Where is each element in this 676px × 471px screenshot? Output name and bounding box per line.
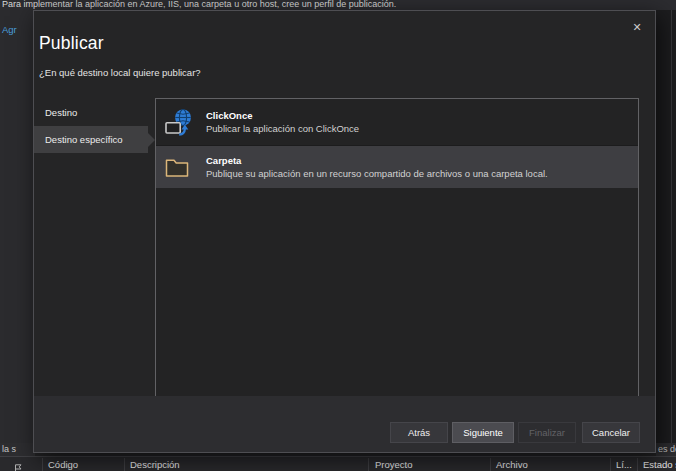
option-description: Publicar la aplicación con ClickOnce	[206, 123, 359, 134]
column-separator	[490, 458, 491, 471]
column-separator	[368, 458, 369, 471]
list-item-carpeta[interactable]: Carpeta Publique su aplicación en un rec…	[156, 145, 638, 188]
dialog-footer: Atrás Siguiente Finalizar Cancelar	[34, 396, 655, 452]
column-header-descripcion[interactable]: Descripción	[130, 458, 180, 471]
column-header-codigo[interactable]: Código	[48, 458, 78, 471]
column-separator	[42, 458, 43, 471]
close-icon[interactable]: ✕	[628, 18, 646, 36]
option-description: Publique su aplicación en un recurso com…	[206, 168, 548, 179]
option-title: ClickOnce	[206, 110, 359, 121]
screenshot-root: Para implementar la aplicación en Azure,…	[0, 0, 676, 471]
dialog-subtitle: ¿En qué destino local quiere publicar?	[39, 67, 201, 78]
folder-icon	[165, 155, 192, 180]
finish-button: Finalizar	[518, 422, 576, 443]
sidebar-item-destino-especifico[interactable]: Destino específico	[34, 126, 148, 153]
publish-dialog: ✕ Publicar ¿En qué destino local quiere …	[33, 10, 656, 453]
clickonce-icon	[165, 109, 192, 136]
column-separator	[124, 458, 125, 471]
option-title: Carpeta	[206, 155, 548, 166]
column-separator	[637, 458, 638, 471]
add-publish-profile-link[interactable]: Agr	[2, 24, 17, 35]
column-header-estado[interactable]: Estado s	[643, 458, 676, 471]
column-header-linea[interactable]: Lí...	[616, 458, 632, 471]
background-right-area	[656, 0, 676, 471]
column-separator	[610, 458, 611, 471]
error-list-header: Código Descripción Proyecto Archivo Lí..…	[0, 456, 676, 471]
statusbar-right-fragment: es de	[656, 443, 676, 456]
publish-hint-bar: Para implementar la aplicación en Azure,…	[0, 0, 676, 10]
severity-flag-icon	[14, 460, 22, 471]
next-button[interactable]: Siguiente	[452, 422, 514, 443]
publish-target-list: ClickOnce Publicar la aplicación con Cli…	[155, 98, 639, 397]
background-panel-divider	[671, 10, 672, 443]
cancel-button[interactable]: Cancelar	[582, 422, 640, 443]
back-button[interactable]: Atrás	[390, 422, 448, 443]
option-text: ClickOnce Publicar la aplicación con Cli…	[206, 110, 359, 134]
dialog-title: Publicar	[39, 33, 104, 54]
list-item-clickonce[interactable]: ClickOnce Publicar la aplicación con Cli…	[156, 99, 638, 145]
column-header-proyecto[interactable]: Proyecto	[375, 458, 413, 471]
background-left-area	[0, 0, 33, 471]
statusbar-left-fragment: la s	[0, 443, 35, 456]
column-header-archivo[interactable]: Archivo	[496, 458, 528, 471]
option-text: Carpeta Publique su aplicación en un rec…	[206, 155, 548, 179]
sidebar-item-destino[interactable]: Destino	[34, 100, 148, 126]
publish-hint-text: Para implementar la aplicación en Azure,…	[2, 0, 396, 10]
